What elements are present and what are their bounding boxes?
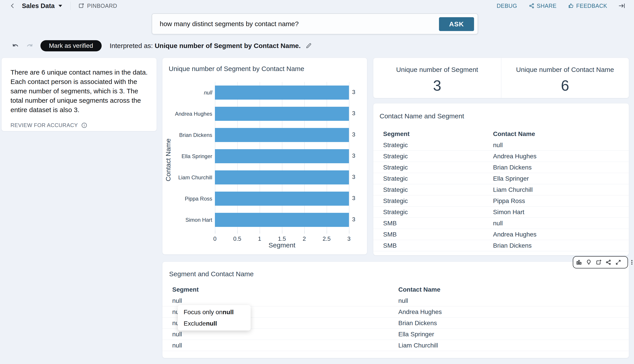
table-cell[interactable]: Strategic xyxy=(373,153,493,160)
table-cell[interactable]: SMB xyxy=(373,220,493,227)
column-header[interactable]: Segment xyxy=(162,286,398,293)
y-category-label[interactable]: Brian Dickens xyxy=(165,132,212,138)
axis-tick xyxy=(260,230,260,234)
table-cell[interactable]: null xyxy=(162,331,398,338)
dataset-name: Sales Data xyxy=(22,2,55,10)
answer-text: There are 6 unique contact names in the … xyxy=(11,68,148,114)
table-cell[interactable]: Brian Dickens xyxy=(493,242,629,249)
expand-icon[interactable] xyxy=(615,259,621,265)
more-menu-icon[interactable] xyxy=(629,259,634,265)
pinboard-icon xyxy=(78,3,85,9)
chart-row: Andrea Hughes3 xyxy=(215,103,349,124)
table-cell[interactable]: null xyxy=(398,297,629,304)
edit-pencil-icon[interactable] xyxy=(305,42,312,49)
y-category-label[interactable]: Pippa Ross xyxy=(165,196,212,202)
y-axis-title: Contact Name xyxy=(164,126,172,194)
table-row: SMBAndrea Hughes xyxy=(373,229,629,240)
ask-bar: how many distinct segments by contact na… xyxy=(152,14,478,34)
table-cell[interactable]: null xyxy=(162,342,398,349)
question-input[interactable]: how many distinct segments by contact na… xyxy=(152,20,478,28)
ask-button[interactable]: ASK xyxy=(439,17,474,31)
table-cell[interactable]: SMB xyxy=(373,231,493,238)
bar[interactable] xyxy=(215,170,349,184)
table-cell[interactable]: Brian Dickens xyxy=(493,164,629,171)
table-cell[interactable]: Strategic xyxy=(373,186,493,194)
menu-item-focus-only[interactable]: Focus only on null xyxy=(178,306,251,318)
column-header[interactable]: Segment xyxy=(373,130,493,138)
axis-tick xyxy=(327,230,327,234)
table-cell[interactable]: Pippa Ross xyxy=(493,198,629,204)
share-visual-icon[interactable] xyxy=(605,259,611,265)
bar-value-label: 3 xyxy=(352,195,355,202)
y-category-label[interactable]: Ella Springer xyxy=(165,153,212,160)
feedback-link[interactable]: FEEDBACK xyxy=(568,3,607,9)
table-title: Contact Name and Segment xyxy=(380,112,464,120)
menu-item-exclude[interactable]: Exclude null xyxy=(178,318,251,329)
table-cell[interactable]: Ella Springer xyxy=(493,175,629,182)
top-header: Sales Data PINBOARD DEBUG SHARE F xyxy=(0,0,634,12)
interpretation-row: Mark as verified Interpreted as: Unique … xyxy=(12,40,312,51)
gridline xyxy=(349,82,349,230)
share-label: SHARE xyxy=(537,3,557,9)
table-cell[interactable]: Strategic xyxy=(373,142,493,149)
mark-as-verified-button[interactable]: Mark as verified xyxy=(41,40,102,51)
bar-value-label: 3 xyxy=(352,89,355,96)
table-cell[interactable]: Liam Churchill xyxy=(398,342,629,349)
share-link[interactable]: SHARE xyxy=(529,3,557,9)
redo-icon[interactable] xyxy=(25,42,34,50)
axis-tick xyxy=(304,230,305,234)
y-category-label[interactable]: Simon Hart xyxy=(165,217,212,223)
table-cell[interactable]: Strategic xyxy=(373,198,493,204)
table-cell[interactable]: Brian Dickens xyxy=(398,320,629,327)
review-for-accuracy-label: REVIEW FOR ACCURACY xyxy=(11,122,78,128)
bar[interactable] xyxy=(215,86,349,100)
answer-summary-card: There are 6 unique contact names in the … xyxy=(1,58,157,131)
thumbs-up-icon xyxy=(568,3,574,9)
table-cell[interactable]: Andrea Hughes xyxy=(398,308,629,316)
back-icon[interactable] xyxy=(10,2,16,9)
bar[interactable] xyxy=(215,128,349,142)
chart-plot-area: 00.511.522.53null3Andrea Hughes3Brian Di… xyxy=(215,82,349,230)
table-cell[interactable]: Strategic xyxy=(373,175,493,182)
table-title: Segment and Contact Name xyxy=(169,270,254,278)
table-cell[interactable]: SMB xyxy=(373,242,493,249)
table-cell[interactable]: null xyxy=(493,142,629,149)
y-category-label[interactable]: null xyxy=(165,90,212,96)
table-cell[interactable]: Liam Churchill xyxy=(493,186,629,194)
bar[interactable] xyxy=(215,149,349,163)
chart-row: null3 xyxy=(215,82,349,103)
axis-tick xyxy=(282,230,282,234)
bar[interactable] xyxy=(215,192,349,206)
table-cell[interactable]: Simon Hart xyxy=(493,208,629,216)
table-cell[interactable]: Andrea Hughes xyxy=(493,153,629,160)
kpi-card: Unique number of Segment 3 Unique number… xyxy=(373,58,629,98)
contact-segment-table-card: Contact Name and Segment SegmentContact … xyxy=(373,103,629,256)
column-header[interactable]: Contact Name xyxy=(493,130,629,138)
chevron-down-icon xyxy=(58,4,63,8)
table-cell[interactable]: Strategic xyxy=(373,164,493,171)
pinboard-button[interactable]: PINBOARD xyxy=(78,3,117,9)
lightbulb-icon[interactable] xyxy=(586,259,592,265)
bar[interactable] xyxy=(215,107,349,121)
table-cell[interactable]: Ella Springer xyxy=(398,331,629,338)
table-cell[interactable]: null xyxy=(162,297,398,304)
debug-link[interactable]: DEBUG xyxy=(497,3,517,9)
pin-to-board-icon[interactable] xyxy=(595,259,601,265)
y-category-label[interactable]: Liam Churchill xyxy=(165,174,212,181)
info-icon[interactable] xyxy=(81,122,87,128)
collapse-panel-icon[interactable] xyxy=(618,2,625,9)
pinboard-label: PINBOARD xyxy=(87,3,117,9)
undo-icon[interactable] xyxy=(12,42,20,50)
table-cell[interactable]: Strategic xyxy=(373,208,493,216)
kpi-value: 3 xyxy=(373,77,501,94)
bar-chart-card: Unique number of Segment by Contact Name… xyxy=(162,58,367,254)
bar-value-label: 3 xyxy=(352,110,355,117)
column-header[interactable]: Contact Name xyxy=(398,286,629,293)
bar[interactable] xyxy=(215,213,349,227)
y-category-label[interactable]: Andrea Hughes xyxy=(165,111,212,117)
table-cell[interactable]: Andrea Hughes xyxy=(493,231,629,238)
dataset-selector[interactable]: Sales Data xyxy=(22,2,63,10)
table-cell[interactable]: null xyxy=(493,220,629,227)
chart-type-icon[interactable] xyxy=(576,259,582,265)
chart-row: Pippa Ross3 xyxy=(215,188,349,209)
